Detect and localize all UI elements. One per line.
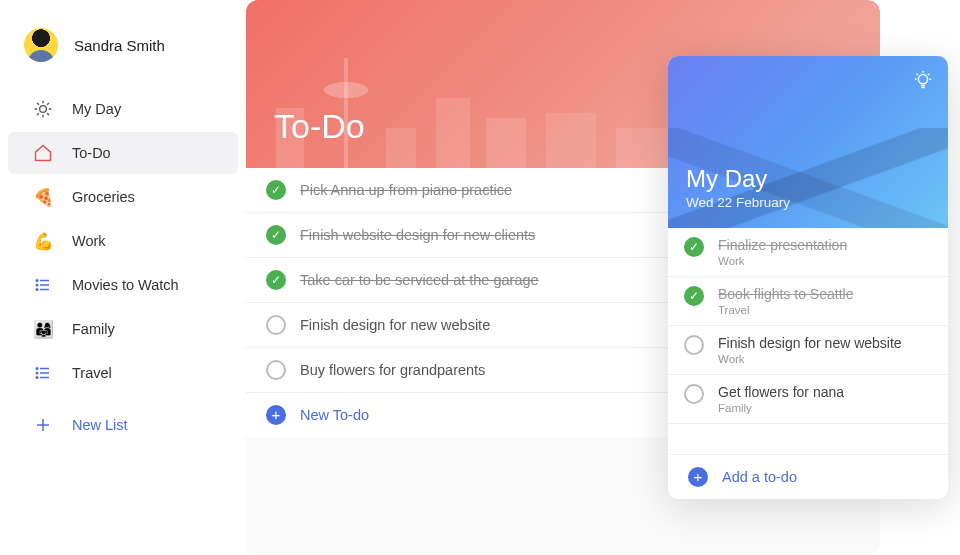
user-row[interactable]: Sandra Smith — [0, 20, 246, 86]
svg-line-30 — [928, 74, 929, 75]
home-icon — [32, 142, 54, 164]
svg-line-6 — [47, 113, 49, 115]
svg-point-19 — [36, 372, 38, 374]
task-text: Finalize presentation — [718, 237, 847, 253]
page-title: To-Do — [274, 107, 365, 146]
new-list-label: New List — [72, 417, 128, 433]
sidebar-item-label: Work — [72, 233, 106, 249]
task-text: Book flights to Seattle — [718, 286, 853, 302]
add-myday-label: Add a to-do — [722, 469, 797, 485]
add-myday-button[interactable]: + Add a to-do — [668, 454, 948, 499]
myday-date: Wed 22 February — [686, 195, 930, 210]
task-sublabel: Travel — [718, 304, 853, 316]
user-name: Sandra Smith — [74, 37, 165, 54]
check-icon[interactable]: ✓ — [266, 270, 286, 290]
flex-icon: 💪 — [32, 230, 54, 252]
sidebar-item-label: Movies to Watch — [72, 277, 179, 293]
pizza-icon: 🍕 — [32, 186, 54, 208]
check-icon[interactable]: ✓ — [684, 237, 704, 257]
avatar — [24, 28, 58, 62]
task-row[interactable]: ✓ Finalize presentation Work — [668, 228, 948, 277]
plus-icon: + — [266, 405, 286, 425]
sidebar-item-label: To-Do — [72, 145, 111, 161]
svg-point-13 — [36, 284, 38, 286]
check-icon[interactable] — [684, 384, 704, 404]
sidebar-item-family[interactable]: 👨‍👩‍👧 Family — [8, 308, 238, 350]
svg-point-20 — [36, 377, 38, 379]
task-text: Take car to be serviced at the garage — [300, 272, 539, 288]
sidebar-item-myday[interactable]: My Day — [8, 88, 238, 130]
task-text: Get flowers for nana — [718, 384, 844, 400]
sidebar-item-label: Family — [72, 321, 115, 337]
task-text: Pick Anna up from piano practice — [300, 182, 512, 198]
sun-icon — [32, 98, 54, 120]
plus-icon — [32, 414, 54, 436]
add-todo-label: New To-do — [300, 407, 369, 423]
myday-card: My Day Wed 22 February ✓ Finalize presen… — [668, 56, 948, 499]
myday-hero: My Day Wed 22 February — [668, 56, 948, 228]
task-sublabel: Work — [718, 255, 847, 267]
myday-title: My Day — [686, 165, 930, 193]
sidebar-item-todo[interactable]: To-Do — [8, 132, 238, 174]
svg-line-5 — [37, 103, 39, 105]
svg-point-14 — [36, 289, 38, 291]
check-icon[interactable] — [266, 360, 286, 380]
new-list-button[interactable]: New List — [8, 404, 238, 446]
plus-icon: + — [688, 467, 708, 487]
sidebar-item-work[interactable]: 💪 Work — [8, 220, 238, 262]
task-sublabel: Work — [718, 353, 902, 365]
task-text: Finish design for new website — [718, 335, 902, 351]
task-row[interactable]: Get flowers for nana Family — [668, 375, 948, 424]
task-text: Finish website design for new clients — [300, 227, 535, 243]
svg-point-0 — [40, 106, 47, 113]
sidebar-item-travel[interactable]: Travel — [8, 352, 238, 394]
check-icon[interactable]: ✓ — [684, 286, 704, 306]
task-row[interactable]: ✓ Book flights to Seattle Travel — [668, 277, 948, 326]
sidebar-item-movies[interactable]: Movies to Watch — [8, 264, 238, 306]
sidebar-item-label: My Day — [72, 101, 121, 117]
list-icon — [32, 274, 54, 296]
myday-task-list: ✓ Finalize presentation Work ✓ Book flig… — [668, 228, 948, 424]
task-text: Buy flowers for grandparents — [300, 362, 485, 378]
svg-point-18 — [36, 368, 38, 370]
check-icon[interactable] — [266, 315, 286, 335]
sidebar: Sandra Smith My Day To-Do 🍕 Groceries 💪 … — [0, 0, 246, 555]
svg-line-7 — [37, 113, 39, 115]
task-sublabel: Family — [718, 402, 844, 414]
check-icon[interactable]: ✓ — [266, 225, 286, 245]
sidebar-item-groceries[interactable]: 🍕 Groceries — [8, 176, 238, 218]
task-text: Finish design for new website — [300, 317, 490, 333]
people-icon: 👨‍👩‍👧 — [32, 318, 54, 340]
svg-point-23 — [918, 75, 927, 84]
svg-line-8 — [47, 103, 49, 105]
check-icon[interactable] — [684, 335, 704, 355]
svg-point-12 — [36, 280, 38, 282]
sidebar-item-label: Travel — [72, 365, 112, 381]
task-row[interactable]: Finish design for new website Work — [668, 326, 948, 375]
list-icon — [32, 362, 54, 384]
svg-line-29 — [917, 74, 918, 75]
sidebar-item-label: Groceries — [72, 189, 135, 205]
lightbulb-icon[interactable] — [912, 70, 934, 96]
check-icon[interactable]: ✓ — [266, 180, 286, 200]
